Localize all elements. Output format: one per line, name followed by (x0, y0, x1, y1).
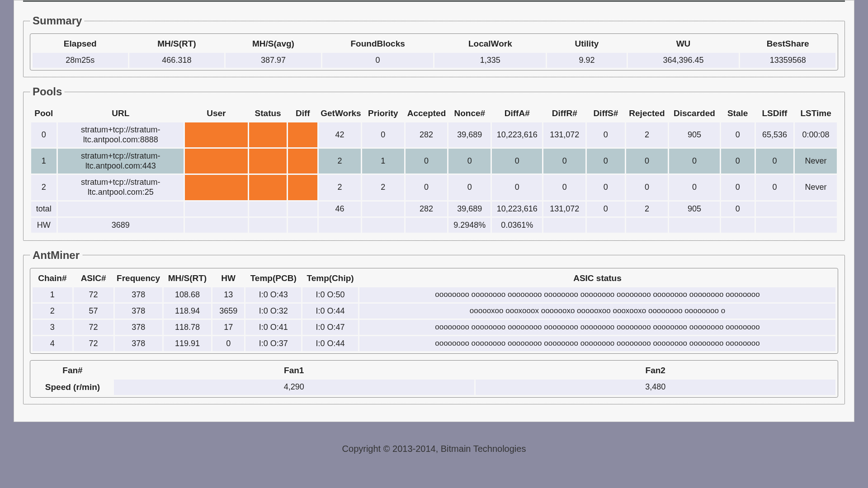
hw-cell: HW (31, 218, 57, 233)
pool-diff (288, 175, 317, 200)
chain-status: oooooooo oooooooo oooooooo oooooooo oooo… (359, 336, 835, 351)
hw-cell (795, 218, 837, 233)
total-cell: total (31, 202, 57, 216)
total-cell (362, 202, 404, 216)
hw-cell (543, 218, 585, 233)
total-cell (795, 202, 837, 216)
chain-freq: 378 (115, 304, 162, 319)
col-localwork: LocalWork (434, 36, 546, 52)
pool-url: stratum+tcp://stratum-ltc.antpool.com:88… (58, 122, 184, 147)
col-pcb: Temp(PCB) (245, 271, 301, 286)
col-status: Status (249, 106, 287, 121)
col-diffs: DiffS# (587, 106, 624, 121)
total-cell: 131,072 (543, 202, 585, 216)
summary-section: Summary Elapsed MH/S(RT) MH/S(avg) Found… (23, 14, 845, 77)
chain-hw: 3659 (212, 304, 244, 319)
antminer-section: AntMiner Chain# ASIC# Frequency MH/S(RT)… (23, 249, 845, 404)
chain-mhs: 118.78 (164, 320, 211, 335)
pool-user (185, 149, 248, 174)
pool-status (249, 175, 287, 200)
col-fan1: Fan1 (114, 363, 474, 378)
pool-discarded: 0 (669, 149, 719, 174)
col-nonce: Nonce# (448, 106, 491, 121)
val-mhs-avg: 387.97 (226, 53, 321, 68)
total-cell (185, 202, 248, 216)
chain-row: 472378119.910I:0 O:37I:0 O:44oooooooo oo… (33, 336, 835, 351)
pool-discarded: 905 (669, 122, 719, 147)
col-accepted: Accepted (406, 106, 448, 121)
total-cell (756, 202, 793, 216)
chain-mhs: 119.91 (164, 336, 211, 351)
pool-nonce: 0 (448, 175, 491, 200)
pool-user (185, 122, 248, 147)
hw-cell (721, 218, 755, 233)
hw-cell (587, 218, 624, 233)
pools-section: Pools Pool URL User Status Diff GetWorks… (23, 85, 845, 241)
pool-row: 0stratum+tcp://stratum-ltc.antpool.com:8… (31, 122, 837, 147)
chain-pcb: I:0 O:43 (245, 287, 301, 302)
chain-freq: 378 (115, 336, 162, 351)
chain-chip: I:0 O:44 (302, 304, 358, 319)
col-diffr: DiffR# (543, 106, 585, 121)
chain-row: 172378108.6813I:0 O:43I:0 O:50oooooooo o… (33, 287, 835, 302)
pool-diffr: 131,072 (543, 122, 585, 147)
chain-mhs: 108.68 (164, 287, 211, 302)
hw-cell (362, 218, 404, 233)
hw-cell (626, 218, 668, 233)
total-cell: 905 (669, 202, 719, 216)
col-mhs: MH/S(RT) (164, 271, 211, 286)
fan-speed-label: Speed (r/min) (33, 380, 113, 395)
miner-status-page: Summary Elapsed MH/S(RT) MH/S(avg) Found… (14, 0, 854, 422)
chain-asic: 72 (74, 336, 113, 351)
pool-priority: 1 (362, 149, 404, 174)
chain-pcb: I:0 O:37 (245, 336, 301, 351)
chain-n: 2 (33, 304, 72, 319)
chain-n: 1 (33, 287, 72, 302)
pool-user (185, 175, 248, 200)
pool-stale: 0 (721, 122, 755, 147)
summary-header-row: Elapsed MH/S(RT) MH/S(avg) FoundBlocks L… (33, 36, 835, 52)
col-diff: Diff (288, 106, 317, 121)
hw-cell: 3689 (58, 218, 184, 233)
val-bestshare: 13359568 (740, 53, 835, 68)
pool-diffs: 0 (587, 175, 624, 200)
col-asic: ASIC# (74, 271, 113, 286)
chains-header-row: Chain# ASIC# Frequency MH/S(RT) HW Temp(… (33, 271, 835, 286)
chain-row: 372378118.7817I:0 O:41I:0 O:47oooooooo o… (33, 320, 835, 335)
pools-total-row: total4628239,68910,223,616131,072029050 (31, 202, 837, 216)
fans-table: Fan# Fan1 Fan2 Speed (r/min) 4,290 3,480 (30, 360, 838, 398)
footer-copyright: Copyright © 2013-2014, Bitmain Technolog… (0, 436, 868, 454)
pool-accepted: 282 (406, 122, 448, 147)
pool-lsdiff: 0 (756, 149, 793, 174)
summary-title: Summary (30, 14, 85, 27)
col-mhs-rt: MH/S(RT) (129, 36, 225, 52)
total-cell (58, 202, 184, 216)
col-elapsed: Elapsed (33, 36, 128, 52)
pool-rejected: 0 (626, 149, 668, 174)
total-cell: 10,223,616 (492, 202, 542, 216)
col-user: User (185, 106, 248, 121)
total-cell: 0 (587, 202, 624, 216)
chain-status: oooooooo oooooooo oooooooo oooooooo oooo… (359, 320, 835, 335)
chain-chip: I:0 O:50 (302, 287, 358, 302)
col-utility: Utility (547, 36, 627, 52)
chain-row: 257378118.943659I:0 O:32I:0 O:44oooooxoo… (33, 304, 835, 319)
col-asic-status: ASIC status (359, 271, 835, 286)
pools-title: Pools (30, 85, 65, 98)
val-wu: 364,396.45 (628, 53, 739, 68)
col-chain: Chain# (33, 271, 72, 286)
pool-diffa: 0 (492, 175, 542, 200)
pools-header-row: Pool URL User Status Diff GetWorks Prior… (31, 106, 837, 121)
pool-priority: 0 (362, 122, 404, 147)
pools-table: Pool URL User Status Diff GetWorks Prior… (30, 104, 838, 234)
chain-hw: 0 (212, 336, 244, 351)
antminer-title: AntMiner (30, 249, 82, 262)
chain-hw: 17 (212, 320, 244, 335)
pool-lstime: 0:00:08 (795, 122, 837, 147)
val-localwork: 1,335 (434, 53, 546, 68)
pool-url: stratum+tcp://stratum-ltc.antpool.com:44… (58, 149, 184, 174)
col-bestshare: BestShare (740, 36, 835, 52)
val-utility: 9.92 (547, 53, 627, 68)
col-pool: Pool (31, 106, 57, 121)
hw-cell (319, 218, 361, 233)
